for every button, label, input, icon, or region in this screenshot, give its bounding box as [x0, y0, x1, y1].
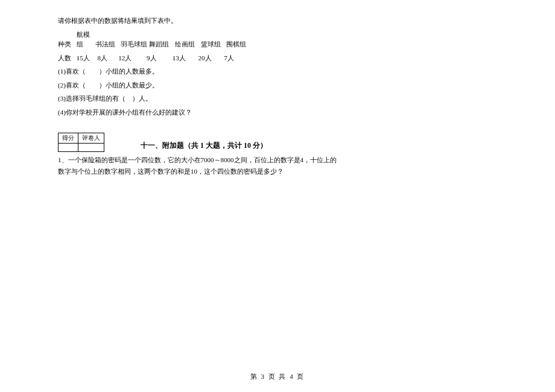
question-1: (1)喜欢（ ）小组的人数最多。	[58, 66, 497, 77]
table-count-label: 人数	[58, 53, 71, 63]
table-col-4: 舞蹈组	[149, 39, 173, 49]
question-4: (4)你对学校开展的课外小组有什么好的建议？	[58, 107, 497, 118]
page-content: 请你根据表中的数据将结果填到下表中。 种类 航模组 书法组 羽毛球组 舞蹈组 绘…	[0, 0, 555, 177]
problem-line-2: 数字与个位上的数字相同，这两个数字的和是10，这个四位数的密码是多少？	[58, 166, 497, 177]
question-2: (2)喜欢（ ）小组的人数最少。	[58, 80, 497, 90]
table-col-7: 围棋组	[226, 39, 248, 49]
table-header-row: 种类 航模组 书法组 羽毛球组 舞蹈组 绘画组 篮球组 围棋组	[58, 30, 497, 49]
count-6: 20人	[198, 53, 223, 63]
table-col-3: 羽毛球组	[121, 39, 147, 49]
problem-11-1: 1、一个保险箱的密码是一个四位数，它的大小在7000～8000之间，百位上的数字…	[58, 154, 497, 177]
count-4: 9人	[147, 53, 171, 63]
problem-line-1: 一个保险箱的密码是一个四位数，它的大小在7000～8000之间，百位上的数字是4…	[68, 156, 337, 163]
table-col-2: 书法组	[95, 39, 119, 49]
count-3: 12人	[118, 53, 145, 63]
score-table: 得分 评卷人	[58, 133, 104, 152]
section-11-title: 十一、附加题（共 1 大题，共计 10 分）	[141, 141, 267, 152]
count-7: 7人	[224, 53, 241, 63]
count-2: 8人	[98, 53, 117, 63]
reviewer-value-cell	[78, 144, 104, 152]
question-3: (3)选择羽毛球组的有（ ）人。	[58, 93, 497, 104]
count-5: 13人	[173, 53, 197, 63]
problem-prefix: 1、	[58, 156, 68, 163]
score-value-cell	[59, 144, 78, 152]
page-footer: 第 3 页 共 4 页	[0, 372, 555, 381]
table-header-label: 种类	[58, 39, 71, 49]
reviewer-label-cell: 评卷人	[78, 133, 104, 144]
score-section: 得分 评卷人 十一、附加题（共 1 大题，共计 10 分）	[58, 133, 497, 152]
table-count-row: 人数 15人 8人 12人 9人 13人 20人 7人	[58, 53, 497, 63]
intro-text: 请你根据表中的数据将结果填到下表中。	[58, 16, 497, 26]
table-col-5: 绘画组	[175, 39, 199, 49]
count-1: 15人	[77, 53, 96, 63]
score-label-cell: 得分	[59, 133, 78, 144]
table-col-1: 航模组	[77, 30, 94, 49]
table-col-6: 篮球组	[201, 39, 225, 49]
